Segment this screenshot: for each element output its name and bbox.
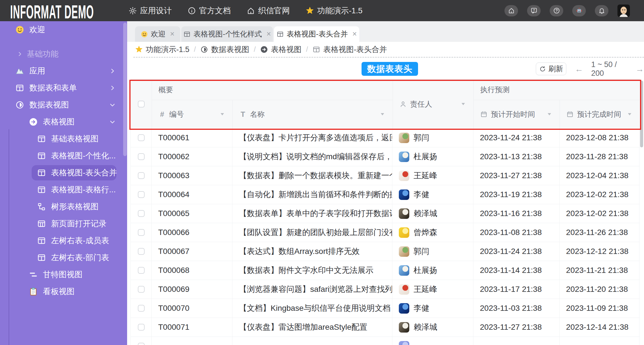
table-row[interactable]: T000063 【数据表】删除一个数据表模块。重新建一个... 王延峰 2023…: [131, 166, 640, 185]
sidebar-item[interactable]: 基础功能: [0, 46, 127, 62]
feedback-button[interactable]: ?: [527, 5, 541, 16]
sidebar-item[interactable]: 数据表视图: [0, 96, 127, 113]
row-checkbox[interactable]: [138, 343, 145, 345]
sidebar-item[interactable]: 左树右表-部门表: [0, 249, 127, 266]
table-row[interactable]: T000070 【文档】Kingbase与织信平台使用说明文档 李健 2023-…: [131, 299, 640, 318]
sidebar-item[interactable]: 欢迎: [0, 21, 127, 38]
sidebar-item[interactable]: 树形表格视图: [0, 198, 127, 215]
tab[interactable]: 欢迎 ×: [135, 26, 180, 42]
row-checkbox[interactable]: [138, 305, 145, 312]
help-button[interactable]: [550, 5, 563, 16]
table-scrollbar[interactable]: [640, 81, 643, 147]
next-page-arrow-icon[interactable]: →: [636, 64, 644, 74]
sidebar-item[interactable]: 表格视图-表格行...: [0, 181, 127, 198]
group-header-summary: 概要: [152, 80, 393, 100]
row-checkbox[interactable]: [138, 172, 145, 179]
sidebar-item-label: 看板视图: [43, 286, 75, 297]
breadcrumb-label: 数据表视图: [211, 44, 249, 55]
sidebar-item[interactable]: 新页面打开记录: [0, 215, 127, 232]
refresh-button[interactable]: 刷新: [536, 62, 566, 75]
table-row[interactable]: T000068 【数据表】附件文字水印中文无法展示 杜展扬 2023-11-14…: [131, 261, 640, 280]
sidebar-menu: 欢迎 基础功能 应用 数据表和表单 数据表视图 表格视图 基础表格视图 表格视图…: [0, 21, 127, 300]
table-row[interactable]: T000067 【表达式】数组Array.sort排序无效 郭闫 2023-11…: [131, 242, 640, 261]
cell-id: T000070: [152, 299, 232, 318]
column-header-assignee[interactable]: 责任人: [393, 80, 474, 128]
top-nav-item[interactable]: 织信官网: [247, 5, 290, 16]
sidebar-item[interactable]: 表格视图: [0, 113, 127, 130]
breadcrumb-item[interactable]: 表格视图: [260, 44, 301, 55]
home-button[interactable]: [504, 5, 518, 16]
prev-page-arrow-icon[interactable]: ←: [575, 64, 583, 74]
tab[interactable]: 表格视图-表头合并 ×: [274, 26, 359, 42]
column-header-id[interactable]: # 编号: [152, 100, 233, 128]
gantt-icon: [29, 270, 38, 279]
assistant-button[interactable]: [572, 5, 586, 16]
chevron-right-icon[interactable]: [109, 85, 116, 91]
sidebar-item[interactable]: 表格视图-表头合并: [0, 164, 127, 181]
sidebar-item-label: 数据表视图: [29, 100, 69, 110]
assignee-avatar: [399, 265, 409, 276]
column-header-start-date[interactable]: 预计开始时间: [474, 100, 560, 128]
tab[interactable]: 表格视图-个性化样式 ×: [181, 26, 273, 42]
chevron-down-icon[interactable]: [109, 118, 116, 125]
breadcrumb-item[interactable]: 数据表视图: [200, 44, 249, 55]
column-menu-caret-icon[interactable]: [628, 113, 631, 115]
chevron-down-icon[interactable]: [109, 102, 116, 108]
column-menu-caret-icon[interactable]: [462, 103, 465, 105]
breadcrumb-label: 表格视图-表头合并: [323, 44, 387, 55]
row-checkbox[interactable]: [138, 286, 145, 293]
select-all-checkbox[interactable]: [138, 101, 145, 107]
cell-id: T000067: [152, 242, 232, 261]
table-row-partial[interactable]: [131, 337, 640, 345]
table-row[interactable]: T000064 【自动化】新增跳出当前循环和条件判断的操作 李健 2023-11…: [131, 185, 640, 204]
sidebar-item[interactable]: 甘特图视图: [0, 266, 127, 283]
sidebar-item[interactable]: 看板视图: [0, 283, 127, 300]
row-checkbox[interactable]: [138, 210, 145, 217]
user-avatar[interactable]: [617, 5, 630, 17]
sidebar-item[interactable]: 应用: [0, 62, 127, 79]
tab-close-icon[interactable]: ×: [170, 30, 175, 38]
cell-start-date: 2023-11-24 21:38: [473, 242, 560, 261]
row-checkbox[interactable]: [138, 267, 145, 274]
sidebar-item[interactable]: 基础表格视图: [0, 130, 127, 147]
user-avatar-image-icon: [617, 5, 630, 17]
table-row[interactable]: T000061 【仪表盘】卡片打开分离多选值选项后，返回... 郭闫 2023-…: [131, 128, 640, 147]
cell-id: T000063: [152, 166, 232, 185]
chevron-right-icon[interactable]: [109, 68, 116, 74]
sidebar-item[interactable]: 左树右表-成员表: [0, 232, 127, 249]
row-checkbox[interactable]: [138, 153, 145, 160]
breadcrumb-item[interactable]: 功能演示-1.5: [135, 44, 190, 55]
row-checkbox[interactable]: [138, 248, 145, 255]
table-row[interactable]: T000071 【仪表盘】雷达图增加areaStyle配置 赖泽城 2023-1…: [131, 318, 640, 337]
cell-id: T000064: [152, 185, 232, 204]
column-header-name[interactable]: T 名称: [233, 100, 393, 128]
column-menu-caret-icon[interactable]: [381, 113, 384, 115]
sidebar-item[interactable]: 表格视图-个性化...: [0, 147, 127, 164]
row-checkbox[interactable]: [138, 191, 145, 198]
sidebar-item[interactable]: 数据表和表单: [0, 79, 127, 96]
tab-close-icon[interactable]: ×: [266, 30, 271, 38]
breadcrumb-item[interactable]: 表格视图-表头合并: [312, 44, 387, 55]
column-menu-caret-icon[interactable]: [221, 113, 224, 115]
table-row[interactable]: T000069 【浏览器兼容问题】safari浏览器上对查找列... 王延峰 2…: [131, 280, 640, 299]
cell-id: [152, 337, 232, 345]
cell-name: 【数据表】附件文字水印中文无法展示: [232, 261, 392, 280]
row-checkbox[interactable]: [138, 324, 145, 331]
table-row[interactable]: T000065 【数据表单】表单中的子表字段和打开数据记... 赖泽城 2023…: [131, 204, 640, 223]
column-menu-caret-icon[interactable]: [548, 113, 551, 115]
notifications-button[interactable]: [595, 5, 608, 16]
topbar: INFORMAT DEMO 应用设计 官方文档 织信官网 功能演示-1.5 ?: [0, 0, 644, 21]
sidebar-item-label: 甘特图视图: [43, 269, 82, 280]
top-nav-item[interactable]: 功能演示-1.5: [306, 5, 362, 16]
cell-name: 【数据表】删除一个数据表模块。重新建一个...: [232, 166, 392, 185]
top-nav-item[interactable]: 应用设计: [129, 5, 172, 16]
table-row[interactable]: T000066 【团队设置】新建的团队初始最上层部门没有... 曾烨森 2023…: [131, 223, 640, 242]
column-header-end-date[interactable]: 预计完成时间: [560, 100, 640, 128]
table-row[interactable]: T000062 【说明文档】说明文档的md编辑器保存后，... 杜展扬 2023…: [131, 147, 640, 166]
row-checkbox[interactable]: [138, 229, 145, 236]
top-nav-item[interactable]: 官方文档: [188, 5, 231, 16]
sidebar-item-label: 基础功能: [27, 49, 58, 59]
tab-close-icon[interactable]: ×: [352, 30, 357, 38]
sidebar-scrollbar[interactable]: [123, 23, 127, 156]
row-checkbox[interactable]: [138, 134, 145, 141]
